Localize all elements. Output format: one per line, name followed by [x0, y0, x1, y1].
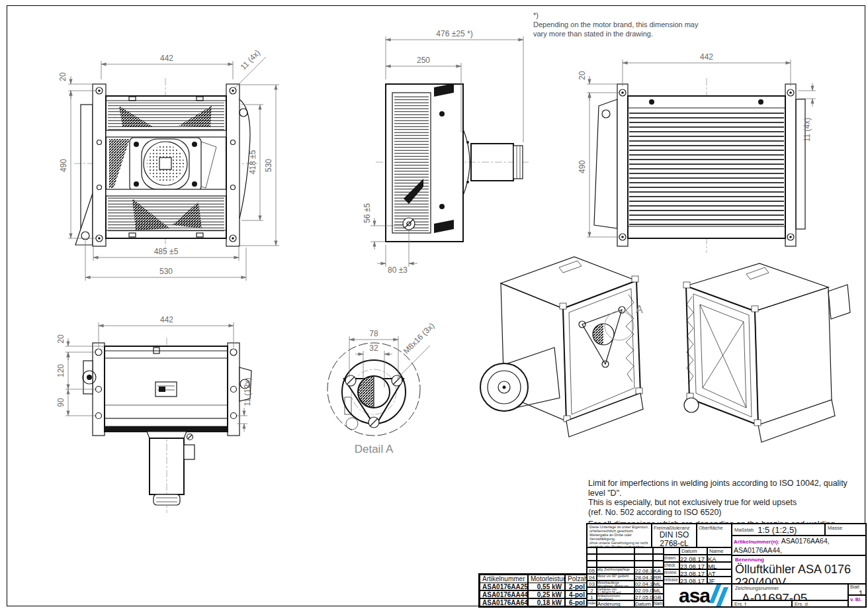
surface-label: Oberfläche	[697, 524, 731, 531]
note-line-1: Depending on the motor brand, this dimen…	[533, 20, 698, 29]
parts-cell: ASA0176AA64	[480, 598, 528, 606]
mass-cell: Masse	[825, 524, 866, 536]
dim-detail-thread: M8x16 (3x)	[402, 321, 436, 355]
dim-detail-outer: 78	[369, 329, 378, 338]
designation-line1: Ölluftkühler ASA 0176	[735, 563, 863, 576]
revision-empty-cell	[634, 561, 653, 567]
drawing-number-cell: Zeichnungsnummer A-01697-05	[732, 584, 848, 600]
parts-cell: ASA0176AA44	[480, 590, 528, 598]
isometric-view-left: A	[480, 257, 643, 437]
revision-index: 2	[587, 587, 597, 594]
revision-empty-cell	[587, 561, 597, 567]
note-star-ref: *)	[533, 11, 698, 20]
sign-row-name: ML	[707, 562, 732, 569]
dim-front-right-total: 530	[264, 159, 273, 172]
scale-label: Maßstab	[732, 527, 758, 533]
dim-side-total-depth: 476 ±25 *)	[436, 29, 472, 38]
revision-date: 02.04.15	[634, 581, 653, 587]
asa-logo: asa	[679, 587, 732, 607]
revision-index: 1	[587, 594, 597, 600]
of-sheets-cell: v. Bl.	[848, 595, 866, 607]
mass-label: Masse	[826, 524, 865, 531]
tolerance-value-2: 2768-cL	[660, 539, 688, 547]
revision-change: Gehäuse von ILLB0A0176 auf ILLB0A0177 ge…	[597, 587, 634, 594]
parts-cell: 0,55 kW	[528, 583, 565, 590]
sheet-value: 1	[849, 589, 865, 595]
revision-index: 03	[587, 581, 597, 587]
parts-cell: 2-pol	[565, 583, 587, 590]
sign-row-date: 22.08.17	[679, 555, 707, 562]
drawing-number-label: Zeichnungsnummer	[735, 585, 845, 591]
parts-cell: 6-pol	[565, 598, 587, 606]
dim-front-right-height: 418 ±5	[248, 150, 257, 174]
parts-cell: ASA0176AA25	[480, 583, 528, 590]
revision-empty-cell	[634, 547, 653, 554]
revision-empty-cell	[597, 561, 634, 567]
revision-empty-cell	[597, 554, 634, 561]
revision-date: 27.05.03	[634, 594, 653, 600]
revision-footer-name: Name	[653, 600, 664, 607]
revision-date: 28.04.15	[634, 574, 653, 581]
revision-empty-cell	[587, 554, 597, 561]
parts-cell: 0,25 kW	[528, 590, 565, 598]
designation-cell: Benennung Ölluftkühler ASA 0176 230/400V	[732, 555, 866, 584]
scale-value: 1:5 (1:2,5)	[758, 525, 797, 535]
sign-row-date: 23.08.17	[679, 562, 707, 569]
sheet-label: Blatt	[849, 585, 865, 589]
revision-empty-cell	[653, 561, 664, 567]
dim-front-top-width: 442	[160, 54, 173, 63]
revision-empty-cell	[653, 547, 664, 554]
scale-cell: Maßstab 1:5 (1:2,5)	[732, 524, 825, 536]
replaced-by-cell: Ers. d.	[792, 600, 848, 607]
revision-change: allg. Zeichnungspflege	[597, 567, 634, 574]
sign-row-name: JF	[707, 577, 732, 584]
sign-row-label: drawn	[664, 555, 679, 562]
revision-index: 04	[587, 574, 597, 581]
asa-logo-text: asa	[679, 585, 710, 607]
weld-line-2: This is especially, but not exclusively …	[588, 498, 866, 508]
detail-a-view: 78 32 M8x16 (3x) Detail A	[327, 321, 436, 455]
isometric-view-right	[683, 263, 850, 442]
dim-side-port-height: 56 ±5	[363, 203, 372, 223]
revision-change: Motor um 90° gedreht	[597, 574, 634, 581]
revision-empty-cell	[634, 554, 653, 561]
dim-front-height: 490	[59, 159, 68, 172]
dim-front-bottom-total: 530	[159, 267, 173, 276]
revision-index: 05	[587, 567, 597, 574]
parts-cell: 0,18 kW	[528, 598, 565, 606]
side-view: 476 ±25 *) 250 56 ±5 80 ±3	[363, 29, 529, 275]
sign-row-label: check std	[664, 562, 679, 569]
tolerance-cell: Freimaßtoleranz DIN ISO 2768-cL	[652, 524, 697, 547]
detail-a-label: Detail A	[355, 443, 394, 455]
dim-front-flange-offset: 20	[58, 72, 67, 81]
revision-date: 22.08.17	[634, 567, 653, 574]
revision-empty-cell	[587, 547, 597, 554]
replaces-cell: Ers. f.	[732, 600, 792, 607]
dim-top-lower: 90	[56, 398, 65, 407]
revision-name: GB	[653, 594, 664, 600]
sign-row-date: 23.08.17	[679, 577, 707, 584]
dim-rear-height: 490	[578, 160, 587, 173]
article-numbers-cell: Artikelnummer(n): ASA0176AA64, ASA0176AA…	[732, 536, 866, 555]
article-numbers-label: Artikelnummer(n):	[734, 539, 779, 545]
dim-rear-top-width: 442	[700, 52, 713, 62]
rear-view: 442 20 490 11 (4x)	[578, 52, 816, 253]
dim-side-port-depth: 80 ±3	[388, 265, 408, 275]
revision-name: RR	[653, 574, 664, 581]
sheet-cell: Blatt 1	[848, 584, 866, 595]
drawing-number: A-01697-05	[735, 591, 845, 600]
sign-row-date: 23.08.17	[679, 569, 707, 577]
revision-name: KA	[653, 567, 664, 574]
revision-footer-date: Datum	[634, 600, 653, 607]
sign-row-label: release	[664, 577, 679, 584]
title-block: Diese Unterlage ist unser Eigentum,urheb…	[586, 523, 867, 608]
revision-change: Artikelnummern aktualisiert	[597, 594, 634, 600]
parts-cell: 4-pol	[565, 590, 587, 598]
dim-front-bolt-pitch: 485 ±5	[154, 247, 179, 256]
sign-row-name: AT	[707, 569, 732, 577]
dim-top-width: 442	[160, 315, 173, 324]
revision-change: Motorbaulänge aktualisiert, Motor um 90°…	[597, 581, 634, 587]
name-header: Name	[707, 547, 732, 555]
weld-line-1: Limit for imperfections in welding joint…	[588, 479, 866, 498]
tolerance-value-1: DIN ISO	[660, 530, 689, 539]
